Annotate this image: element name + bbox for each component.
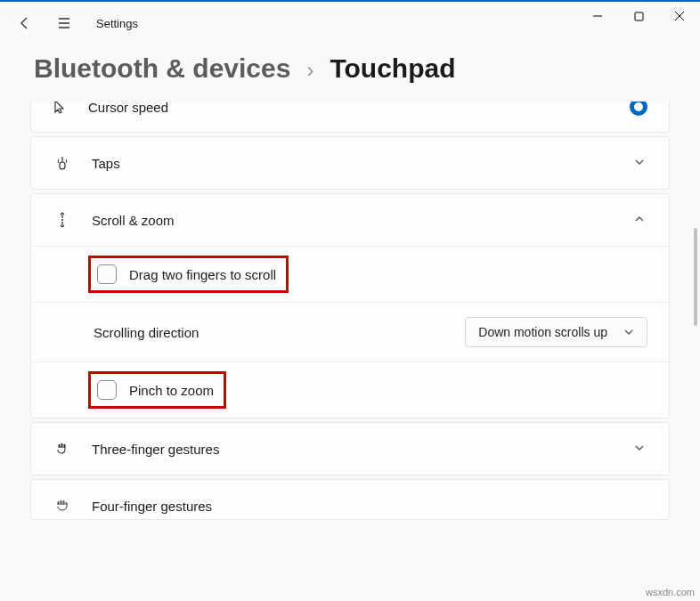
titlebar: Settings: [0, 2, 700, 45]
three-finger-icon: [53, 441, 72, 457]
pinch-zoom-row: Pinch to zoom: [31, 361, 669, 418]
maximize-button[interactable]: [618, 2, 659, 30]
scroll-zoom-title: Scroll & zoom: [92, 213, 614, 228]
three-finger-header[interactable]: Three-finger gestures: [31, 423, 669, 475]
maximize-icon: [634, 12, 644, 21]
arrow-left-icon: [18, 16, 32, 30]
pinch-zoom-label: Pinch to zoom: [129, 383, 214, 398]
menu-button[interactable]: [46, 5, 82, 41]
cursor-speed-slider[interactable]: [630, 102, 647, 116]
breadcrumb-parent[interactable]: Bluetooth & devices: [34, 53, 290, 84]
four-finger-icon: [53, 498, 72, 514]
drag-two-fingers-checkbox[interactable]: [97, 264, 117, 284]
minimize-button[interactable]: [577, 2, 618, 30]
chevron-down-icon: [633, 442, 647, 456]
three-finger-card: Three-finger gestures: [30, 422, 670, 475]
cursor-speed-card: Cursor speed: [30, 102, 670, 133]
svg-rect-0: [635, 12, 643, 20]
drag-two-fingers-row: Drag two fingers to scroll: [31, 246, 669, 302]
taps-title: Taps: [92, 156, 614, 171]
breadcrumb: Bluetooth & devices › Touchpad: [0, 45, 700, 102]
four-finger-title: Four-finger gestures: [92, 499, 647, 514]
pinch-zoom-checkbox[interactable]: [97, 380, 117, 400]
three-finger-title: Three-finger gestures: [92, 442, 614, 457]
drag-two-fingers-label: Drag two fingers to scroll: [129, 267, 276, 282]
scrolling-direction-dropdown[interactable]: Down motion scrolls up: [465, 317, 647, 347]
close-icon: [674, 11, 685, 21]
cursor-icon: [53, 102, 69, 115]
scroll-zoom-icon: [53, 212, 72, 228]
breadcrumb-current: Touchpad: [330, 53, 455, 84]
minimize-icon: [592, 11, 603, 21]
four-finger-header[interactable]: Four-finger gestures: [31, 480, 669, 519]
scrolling-direction-row: Scrolling direction Down motion scrolls …: [31, 302, 669, 361]
chevron-down-icon: [623, 327, 634, 337]
scrolling-direction-value: Down motion scrolls up: [478, 325, 607, 339]
chevron-down-icon: [633, 156, 647, 170]
app-title: Settings: [96, 17, 138, 30]
chevron-up-icon: [633, 213, 647, 227]
cursor-speed-title: Cursor speed: [88, 102, 610, 115]
content-area: Cursor speed Taps Scroll & zoom: [0, 102, 700, 600]
scroll-zoom-card: Scroll & zoom Drag two fingers to scroll…: [30, 193, 670, 418]
close-button[interactable]: [659, 2, 700, 30]
tap-icon: [53, 155, 72, 171]
window-controls: [577, 2, 700, 37]
svg-point-1: [61, 219, 63, 221]
taps-card: Taps: [30, 136, 670, 190]
scrolling-direction-label: Scrolling direction: [94, 325, 452, 340]
taps-header[interactable]: Taps: [31, 137, 669, 189]
scroll-zoom-header[interactable]: Scroll & zoom: [31, 194, 669, 246]
four-finger-card: Four-finger gestures: [30, 479, 670, 520]
breadcrumb-separator: ›: [306, 58, 313, 83]
hamburger-icon: [57, 16, 71, 30]
back-button[interactable]: [7, 5, 43, 41]
scrollbar[interactable]: [694, 228, 697, 326]
watermark: wsxdn.com: [646, 587, 695, 597]
